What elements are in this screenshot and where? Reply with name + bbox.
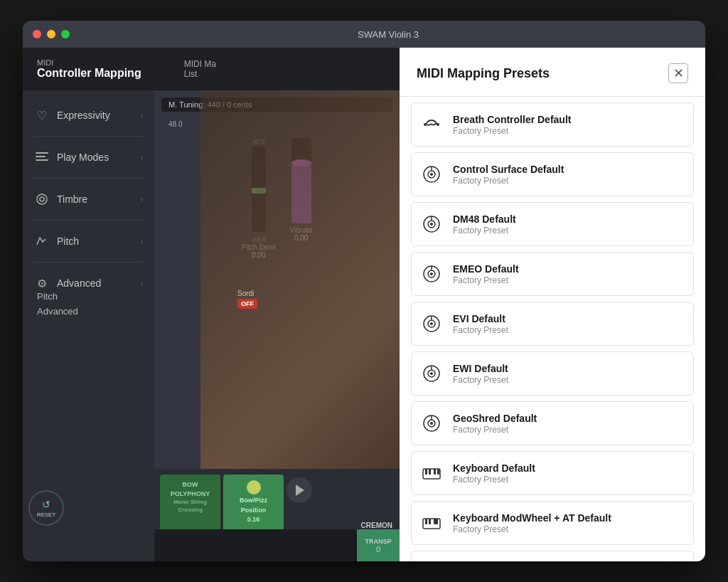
breath-name: Breath Controller Default xyxy=(453,114,571,125)
sord-label: Sordi xyxy=(237,290,257,297)
minimize-button[interactable] xyxy=(47,30,55,38)
mapping-label: Controller Mapping xyxy=(37,67,141,80)
traffic-lights xyxy=(33,30,70,38)
ewi-text: EWI Default Factory Preset xyxy=(453,363,508,385)
bow-pizz-dial xyxy=(247,480,261,494)
maximize-button[interactable] xyxy=(61,30,70,38)
transport-label: TRANSP xyxy=(365,538,391,545)
ewi-name: EWI Default xyxy=(453,363,508,374)
advanced-label: Advanced xyxy=(57,277,101,289)
list-label: List xyxy=(184,69,216,79)
window-title: SWAM Violin 3 xyxy=(81,29,695,40)
play-modes-chevron: › xyxy=(141,154,143,162)
expressivity-icon: ♡ xyxy=(34,107,50,123)
keyboard-modwheel-text: Keyboard ModWheel + AT Default Factory P… xyxy=(453,512,611,534)
preset-item-geoshred[interactable]: GeoShred Default Factory Preset xyxy=(411,401,694,445)
daw-header: MIDI Controller Mapping MIDI Ma List xyxy=(23,48,400,90)
title-bar: SWAM Violin 3 xyxy=(23,21,705,48)
sidebar-divider-2 xyxy=(34,178,143,179)
reset-label: RESET xyxy=(37,512,56,518)
control-name: Control Surface Default xyxy=(453,164,564,175)
close-button[interactable] xyxy=(33,30,41,38)
geoshred-text: GeoShred Default Factory Preset xyxy=(453,413,537,435)
play-modes-label: Play Modes xyxy=(57,152,109,163)
sidebar-divider-1 xyxy=(34,136,143,137)
preset-item-breath[interactable]: Breath Controller Default Factory Preset xyxy=(411,102,694,147)
breath-sub: Factory Preset xyxy=(453,126,571,136)
control-text: Control Surface Default Factory Preset xyxy=(453,164,564,186)
bow-poly-line3: Mono String xyxy=(167,498,213,506)
dm48-icon xyxy=(419,211,444,237)
bow-polyphony-btn[interactable]: BOW POLYPHONY Mono String Crossing xyxy=(160,475,220,531)
timbre-icon xyxy=(34,191,50,207)
svg-point-3 xyxy=(37,194,47,204)
sord-area: Sordi OFF xyxy=(237,290,257,309)
control-sub: Factory Preset xyxy=(453,176,564,186)
svg-point-17 xyxy=(430,273,433,275)
violin-image xyxy=(200,90,400,469)
svg-rect-33 xyxy=(429,469,431,475)
preset-item-keyboard[interactable]: Keyboard Default Factory Preset xyxy=(411,451,694,495)
sord-badge[interactable]: OFF xyxy=(237,299,257,309)
geoshred-name: GeoShred Default xyxy=(453,413,537,424)
keyboard-icon xyxy=(419,460,444,486)
transport-value: 0 xyxy=(376,545,380,554)
dm48-name: DM48 Default xyxy=(453,213,516,225)
preset-item-ewi[interactable]: EWI Default Factory Preset xyxy=(411,351,694,396)
advanced-chevron: › xyxy=(141,280,143,287)
pitch-value-top: 48.0 xyxy=(168,120,182,128)
svg-point-21 xyxy=(430,322,433,325)
svg-rect-0 xyxy=(36,152,48,154)
emeo-name: EMEO Default xyxy=(453,263,519,275)
preset-item-evi[interactable]: EVI Default Factory Preset xyxy=(411,302,694,346)
svg-point-25 xyxy=(430,372,433,375)
svg-rect-37 xyxy=(425,519,427,524)
close-button[interactable]: ✕ xyxy=(668,63,688,83)
play-button[interactable] xyxy=(287,477,312,503)
svg-point-6 xyxy=(437,123,439,126)
preset-item-keyboard-modwheel[interactable]: Keyboard ModWheel + AT Default Factory P… xyxy=(411,501,694,545)
midi-presets-panel: MIDI Mapping Presets ✕ Brea xyxy=(400,48,705,561)
bow-poly-line2: POLYPHONY xyxy=(167,490,213,499)
keyboard-name: Keyboard Default xyxy=(453,462,535,474)
left-panel: MIDI Controller Mapping MIDI Ma List ♡ E… xyxy=(23,48,400,561)
keyboard-modwheel-icon xyxy=(419,510,444,536)
emeo-icon xyxy=(419,261,444,287)
svg-rect-34 xyxy=(434,469,436,475)
svg-point-4 xyxy=(40,197,44,201)
evi-name: EVI Default xyxy=(453,313,508,324)
pitch-label: Pitch xyxy=(57,236,79,247)
midi-mapping-label: MIDI Ma xyxy=(184,59,216,69)
advanced-icon: ⚙ xyxy=(34,275,50,291)
sidebar-item-timbre[interactable]: Timbre › xyxy=(23,181,154,217)
breath-icon xyxy=(419,112,444,137)
reset-button[interactable]: ↺ RESET xyxy=(28,490,64,526)
sidebar-item-expressivity[interactable]: ♡ Expressivity › xyxy=(23,97,154,133)
bow-pizz-label: Bow/Pizz Position xyxy=(230,496,277,515)
bow-poly-line4: Crossing xyxy=(167,506,213,514)
svg-rect-2 xyxy=(36,159,48,161)
sidebar-item-play-modes[interactable]: Play Modes › xyxy=(23,139,154,175)
expressivity-chevron: › xyxy=(141,112,143,120)
bow-pizz-btn[interactable]: Bow/Pizz Position 0.16 xyxy=(223,475,284,531)
keyboard-modwheel-sub: Factory Preset xyxy=(453,524,611,534)
preset-item-linnstrument[interactable]: LinnStrument Default Factory Preset xyxy=(411,551,694,561)
ewi-icon xyxy=(419,361,444,386)
preset-item-control[interactable]: Control Surface Default Factory Preset xyxy=(411,152,694,196)
svg-rect-1 xyxy=(36,156,46,157)
sidebar-item-pitch[interactable]: Pitch › xyxy=(23,223,154,259)
sidebar-item-advanced[interactable]: ⚙ Advanced › xyxy=(23,265,154,301)
svg-rect-40 xyxy=(436,519,438,524)
svg-point-5 xyxy=(424,123,427,126)
geoshred-icon xyxy=(419,411,444,436)
transport-area: TRANSP 0 xyxy=(357,529,400,561)
midi-label: MIDI xyxy=(37,58,141,67)
presets-list: Breath Controller Default Factory Preset xyxy=(400,97,705,561)
timbre-label: Timbre xyxy=(57,194,87,205)
preset-item-emeo[interactable]: EMEO Default Factory Preset xyxy=(411,252,694,296)
preset-item-dm48[interactable]: DM48 Default Factory Preset xyxy=(411,202,694,246)
sidebar-divider-3 xyxy=(34,220,143,221)
pitch-chevron: › xyxy=(141,238,143,245)
control-icon xyxy=(419,162,444,187)
daw-header-left: MIDI Controller Mapping xyxy=(37,58,141,80)
